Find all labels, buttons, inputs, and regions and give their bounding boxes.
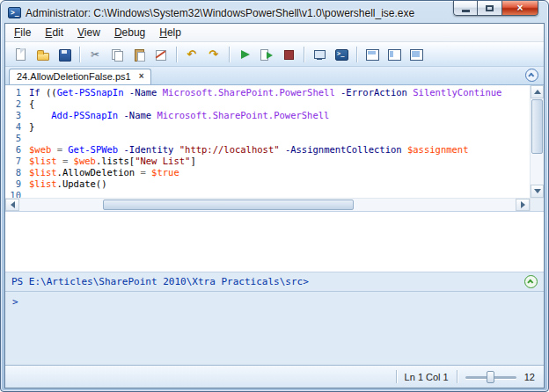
run-script-icon [238, 47, 252, 62]
new-script-button[interactable] [10, 45, 31, 64]
maximize-icon [486, 5, 494, 11]
window-controls: × [453, 1, 538, 16]
powershell-ise-window: Administrator: C:\Windows\System32\Windo… [0, 0, 549, 392]
stop-execution-button[interactable] [278, 45, 299, 64]
redo-button[interactable] [203, 45, 224, 64]
new-remote-powershell-tab-icon [312, 47, 326, 62]
redo-icon [207, 47, 221, 62]
client-area: FileEditViewDebugHelp 24.AllowDeletionFa… [4, 23, 545, 388]
zoom-slider[interactable] [465, 371, 516, 383]
script-tab[interactable]: 24.AllowDeletionFalse.ps1 × [9, 69, 151, 84]
triangle-down-icon [534, 189, 541, 193]
cut-button[interactable] [84, 45, 106, 64]
console-input-area[interactable]: > [5, 292, 544, 365]
copy-button[interactable] [106, 45, 128, 64]
maximize-button[interactable] [478, 1, 501, 16]
triangle-left-icon [11, 201, 15, 208]
start-powershell-button[interactable] [331, 45, 352, 64]
console-prompt: PS E:\Articles\SharePoint 2010\Xtra Prac… [11, 276, 309, 287]
script-editor-pane[interactable]: 12345678910 If ((Get-PSSnapIn -Name Micr… [5, 85, 544, 198]
line-number-gutter: 12345678910 [5, 85, 25, 198]
code-line-7: $list = $web.lists["New List"] [29, 156, 530, 167]
triangle-up-icon [534, 90, 541, 94]
close-icon: × [516, 3, 523, 13]
cursor-position: Ln 1 Col 1 [405, 372, 449, 382]
status-divider [457, 370, 458, 383]
menu-view[interactable]: View [70, 24, 107, 41]
undo-icon [185, 47, 199, 62]
triangle-right-icon [521, 201, 525, 208]
new-remote-powershell-tab-button[interactable] [309, 45, 330, 64]
clear-output-button[interactable] [150, 45, 172, 64]
chevron-up-icon [527, 279, 533, 286]
horizontal-scroll-track[interactable] [19, 199, 516, 211]
layout-script-maximized-icon [409, 47, 423, 62]
paste-icon [132, 47, 146, 62]
copy-icon [110, 47, 124, 62]
tab-strip: 24.AllowDeletionFalse.ps1 × [5, 67, 544, 85]
line-number: 9 [5, 178, 21, 190]
status-divider [396, 370, 397, 383]
tab-close-icon[interactable]: × [139, 72, 144, 81]
console-input-prompt: > [12, 296, 18, 308]
chevron-up-icon [528, 73, 534, 79]
collapse-script-pane-button[interactable] [525, 69, 538, 82]
code-line-3: Add-PSSnapIn -Name Microsoft.SharePoint.… [29, 110, 530, 121]
vertical-scrollbar[interactable] [530, 85, 544, 198]
line-number: 1 [5, 87, 21, 98]
open-script-icon [35, 47, 49, 62]
start-powershell-icon [334, 47, 348, 62]
open-script-button[interactable] [32, 45, 53, 64]
horizontal-scrollbar[interactable] [5, 198, 544, 211]
zoom-slider-thumb[interactable] [487, 371, 494, 383]
toolbar-separator [176, 47, 177, 62]
run-selection-icon [260, 47, 274, 62]
minimize-icon [462, 10, 470, 12]
new-script-icon [13, 47, 27, 62]
menu-help[interactable]: Help [152, 24, 188, 41]
menu-bar: FileEditViewDebugHelp [5, 24, 544, 42]
toolbar [5, 42, 544, 67]
window-title: Administrator: C:\Windows\System32\Windo… [26, 7, 414, 19]
run-selection-button[interactable] [256, 45, 277, 64]
paste-button[interactable] [128, 45, 150, 64]
expand-command-pane-button[interactable] [524, 275, 538, 288]
zoom-value: 12 [524, 372, 535, 382]
code-line-10 [29, 190, 530, 198]
vertical-scroll-thumb[interactable] [531, 99, 543, 154]
code-line-5 [29, 133, 530, 144]
line-number: 5 [5, 133, 21, 144]
minimize-button[interactable] [453, 1, 478, 16]
layout-script-top-button[interactable] [362, 45, 383, 64]
toolbar-separator [304, 47, 304, 62]
layout-script-right-icon [387, 47, 401, 62]
script-tab-title: 24.AllowDeletionFalse.ps1 [17, 71, 131, 82]
layout-script-maximized-button[interactable] [406, 45, 427, 64]
undo-button[interactable] [181, 45, 202, 64]
status-right-group: Ln 1 Col 1 12 [396, 370, 535, 383]
stop-execution-icon [282, 47, 296, 62]
line-number: 10 [5, 190, 21, 198]
layout-script-right-button[interactable] [384, 45, 405, 64]
line-number: 8 [5, 167, 21, 178]
run-script-button[interactable] [234, 45, 255, 64]
powershell-ise-app-icon [8, 7, 21, 18]
code-line-8: $list.AllowDeletion = $true [29, 167, 530, 178]
code-area[interactable]: If ((Get-PSSnapIn -Name Microsoft.ShareP… [25, 85, 530, 198]
command-pane[interactable]: PS E:\Articles\SharePoint 2010\Xtra Prac… [5, 272, 544, 365]
menu-debug[interactable]: Debug [107, 24, 152, 41]
line-number: 6 [5, 144, 21, 156]
scroll-down-button[interactable] [531, 185, 544, 198]
menu-file[interactable]: File [7, 24, 38, 41]
horizontal-scroll-thumb[interactable] [103, 200, 354, 210]
scroll-right-button[interactable] [516, 199, 530, 211]
close-button[interactable]: × [501, 1, 538, 16]
save-script-button[interactable] [54, 45, 75, 64]
menu-edit[interactable]: Edit [38, 24, 70, 41]
scroll-up-button[interactable] [531, 85, 544, 98]
toolbar-separator [79, 47, 80, 62]
console-prompt-row: PS E:\Articles\SharePoint 2010\Xtra Prac… [5, 272, 544, 292]
scroll-left-button[interactable] [5, 199, 19, 211]
toolbar-separator [356, 47, 357, 62]
code-line-1: If ((Get-PSSnapIn -Name Microsoft.ShareP… [29, 87, 530, 98]
